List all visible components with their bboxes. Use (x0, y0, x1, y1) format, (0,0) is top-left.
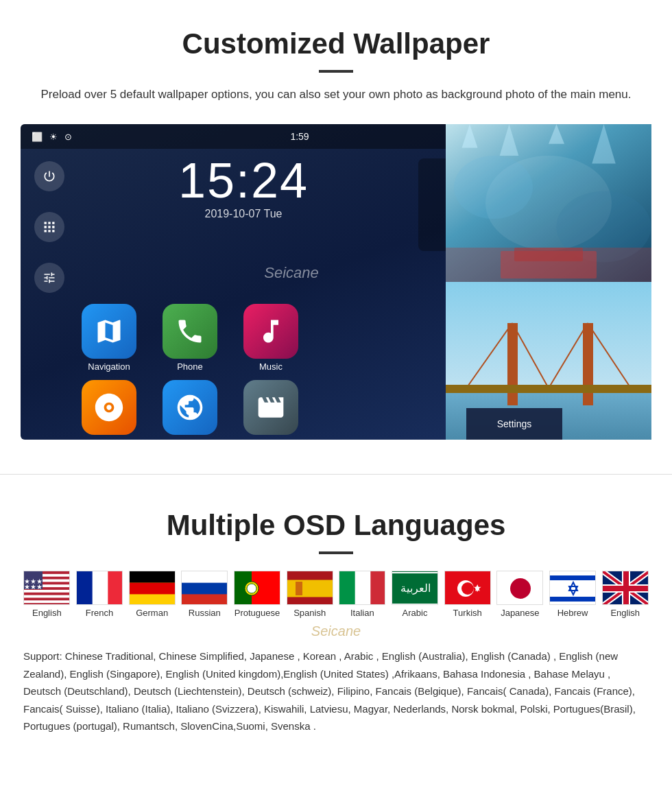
flag-jp (496, 571, 543, 605)
flag-de (129, 571, 176, 605)
svg-rect-24 (24, 595, 70, 598)
chrome-app-icon (163, 380, 217, 435)
wallpaper-panels (446, 124, 651, 440)
navigation-app-label: Navigation (88, 361, 130, 372)
svg-text:★: ★ (472, 582, 481, 593)
svg-rect-33 (130, 571, 176, 583)
app-phone[interactable]: Phone (152, 304, 228, 372)
svg-rect-44 (296, 582, 302, 595)
clock-date-block: 15:24 2019-10-07 Tue (75, 156, 411, 220)
svg-rect-31 (108, 571, 123, 605)
svg-rect-46 (339, 571, 355, 605)
flags-row: ★★★ ★★★ English French (21, 571, 651, 618)
app-navigation[interactable]: Navigation (71, 304, 147, 372)
app-music[interactable]: Music (233, 304, 309, 372)
flag-item-french: French (73, 571, 126, 618)
music-app-icon (243, 304, 298, 359)
flag-label-japanese: Japanese (501, 608, 539, 618)
flag-it (339, 571, 385, 605)
status-time: 1:59 (290, 131, 309, 142)
flag-es (287, 571, 333, 605)
svg-point-2 (454, 156, 533, 219)
settings-label: Settings (497, 418, 532, 429)
svg-rect-18 (446, 385, 651, 393)
video-app-icon (243, 380, 298, 435)
svg-rect-43 (287, 580, 333, 597)
support-text: Support: Chinese Traditional, Chinese Si… (21, 647, 651, 735)
flag-ar: العربية (392, 571, 438, 605)
flag-label-hebrew: Hebrew (557, 608, 588, 618)
brightness-icon: ☀ (49, 132, 58, 142)
app-chrome[interactable]: Chrome (152, 380, 228, 440)
svg-rect-36 (182, 571, 228, 583)
flag-il (549, 571, 596, 605)
languages-section: Multiple OSD Languages ★★★ ★★★ En (0, 488, 672, 756)
phone-app-icon (163, 304, 217, 359)
flag-item-turkish: ★ Turkish (441, 571, 494, 618)
flag-us: ★★★ ★★★ (23, 571, 70, 605)
svg-rect-72 (603, 586, 649, 591)
flag-pt (234, 571, 280, 605)
app-btmusic[interactable]: BT Music (71, 380, 147, 440)
flag-item-russian: Russian (178, 571, 231, 618)
title-divider (319, 70, 353, 73)
wallpaper-title: Customized Wallpaper (21, 27, 651, 60)
svg-rect-30 (77, 571, 93, 605)
svg-point-58 (510, 578, 531, 599)
flag-item-hebrew: Hebrew (547, 571, 599, 618)
svg-rect-34 (130, 583, 176, 595)
flag-item-arabic: العربية Arabic (389, 571, 442, 618)
flag-label-arabic: Arabic (403, 608, 428, 618)
flag-ru (181, 571, 228, 605)
flag-label-english-uk: English (610, 608, 640, 618)
flag-item-portuguese: Protuguese (231, 571, 284, 618)
svg-text:العربية: العربية (400, 582, 431, 595)
flag-fr (76, 571, 123, 605)
app-video[interactable]: Video (233, 380, 309, 440)
flag-item-german: German (125, 571, 178, 618)
svg-point-41 (247, 584, 256, 593)
flag-gb (602, 571, 649, 605)
seicane-flags-watermark: Seicane (21, 623, 651, 639)
svg-point-54 (461, 582, 474, 595)
flag-item-japanese: Japanese (494, 571, 547, 618)
flag-label-spanish: Spanish (293, 608, 326, 618)
settings-button[interactable] (34, 263, 64, 293)
grid-button[interactable] (34, 212, 64, 242)
left-controls (34, 161, 64, 293)
screenshot-composite: ⬜ ☀ ⊙ 1:59 ▭ ↩ (21, 124, 651, 440)
svg-text:★★★: ★★★ (24, 583, 43, 591)
flag-item-english: ★★★ ★★★ English (21, 571, 73, 618)
flag-label-portuguese: Protuguese (235, 608, 280, 618)
svg-rect-61 (550, 597, 596, 602)
chrome-app-label: Chrome (174, 438, 206, 440)
flag-label-russian: Russian (189, 608, 221, 618)
music-app-label: Music (259, 361, 283, 372)
settings-panel: Settings (466, 408, 562, 440)
power-button[interactable] (34, 161, 64, 191)
wallpaper-section: Customized Wallpaper Preload over 5 defa… (0, 0, 672, 460)
video-app-label: Video (259, 438, 282, 440)
svg-rect-37 (182, 595, 228, 606)
flag-item-spanish: Spanish (283, 571, 336, 618)
wallpaper-description: Preload over 5 default wallpaper options… (27, 85, 645, 104)
flag-item-italian: Italian (336, 571, 389, 618)
flag-label-italian: Italian (350, 608, 374, 618)
svg-rect-47 (371, 571, 386, 605)
status-left: ⬜ ☀ ⊙ (32, 132, 72, 142)
flag-label-english: English (32, 608, 62, 618)
flag-label-german: German (136, 608, 168, 618)
btmusic-app-icon (82, 380, 136, 435)
flag-item-english-uk: English (599, 571, 651, 618)
location-icon: ⊙ (64, 132, 72, 142)
clock-time: 15:24 (75, 156, 411, 205)
flag-tr: ★ (444, 571, 491, 605)
phone-app-label: Phone (177, 361, 203, 372)
svg-rect-9 (514, 248, 583, 261)
svg-rect-25 (24, 600, 70, 603)
home-icon: ⬜ (32, 132, 43, 142)
flag-label-french: French (86, 608, 113, 618)
languages-title: Multiple OSD Languages (21, 509, 651, 542)
btmusic-app-label: BT Music (91, 438, 128, 440)
wallpaper-ice-panel (446, 124, 651, 282)
